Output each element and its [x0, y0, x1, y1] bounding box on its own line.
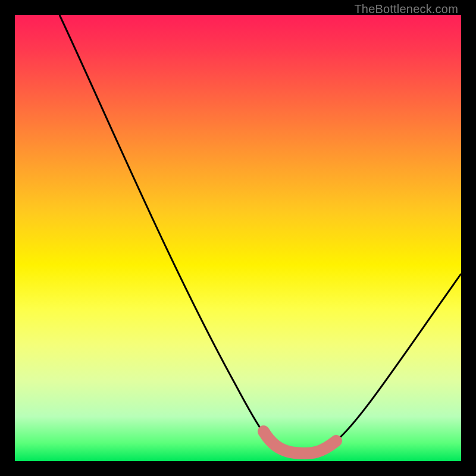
bottleneck-curve: [60, 15, 461, 453]
chart-svg: [15, 15, 461, 461]
watermark-text: TheBottleneck.com: [354, 2, 458, 16]
optimal-band: [264, 431, 336, 453]
chart-frame: [15, 15, 461, 461]
